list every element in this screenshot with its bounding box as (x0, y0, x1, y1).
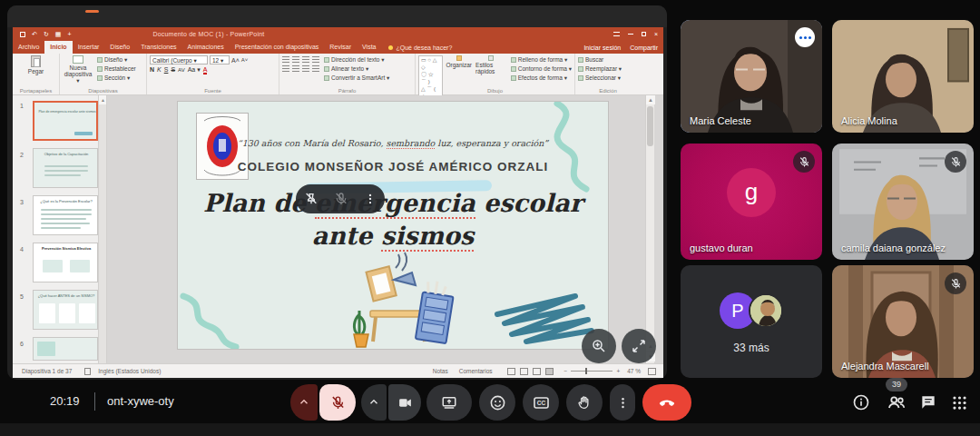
share-button[interactable]: Compartir (630, 45, 658, 51)
shape-gallery[interactable]: ▭ ○ △ ◇〇 ☆ ⌒ )△ ⌒ ( ☆ (418, 55, 443, 101)
restore-icon[interactable] (642, 32, 646, 36)
smartart-button[interactable]: Convertir a SmartArt ▾ (324, 74, 389, 83)
underline-button[interactable]: S (164, 66, 169, 73)
reading-view-icon[interactable] (533, 368, 541, 375)
normal-view-icon[interactable] (507, 368, 515, 375)
font-name-box[interactable]: Calibri (Cuerpo ▾ (150, 55, 208, 64)
comments-button[interactable]: Comentarios (459, 368, 493, 374)
grow-font-icon[interactable]: A˄ (231, 57, 240, 64)
zoom-slider[interactable] (571, 371, 612, 372)
shape-effects-button[interactable]: Efectos de forma ▾ (511, 74, 572, 83)
quick-access-toolbar[interactable]: ↶ ↻ ▦ + (20, 31, 71, 38)
customize-qat-icon[interactable]: + (67, 31, 71, 37)
language-indicator[interactable]: Inglés (Estados Unidos) (98, 368, 161, 374)
tab-transiciones[interactable]: Transiciones (135, 41, 181, 54)
mic-options-button[interactable] (290, 384, 318, 421)
paste-button[interactable]: Pegar (15, 55, 56, 74)
captions-button[interactable]: CC (523, 384, 559, 421)
tab-presentacion[interactable]: Presentación con diapositivas (230, 41, 325, 54)
mic-toggle-button[interactable] (319, 384, 356, 421)
thumbnail-slide-2[interactable]: Objetivo de la Capacitación (33, 148, 98, 188)
find-button[interactable]: Buscar (578, 55, 638, 64)
font-size-box[interactable]: 12 ▾ (210, 55, 230, 64)
tab-animaciones[interactable]: Animaciones (182, 41, 230, 54)
replace-button[interactable]: Reemplazar ▾ (578, 64, 638, 74)
arrange-button[interactable]: Organizar (446, 55, 473, 68)
signin-button[interactable]: Iniciar sesión (583, 45, 621, 51)
save-icon[interactable] (20, 32, 25, 37)
align-text-button[interactable]: Alinear texto ▾ (324, 64, 389, 74)
thumbnail-slide-3[interactable]: ¿Qué es la Prevención Escolar? (33, 195, 98, 235)
italic-button[interactable]: K (157, 66, 162, 73)
sorter-view-icon[interactable] (520, 368, 528, 375)
tile-overflow-33-mas[interactable]: P 33 más (681, 265, 822, 378)
notes-button[interactable]: Notas (433, 368, 448, 374)
align-right-icon[interactable] (302, 65, 309, 72)
columns-icon[interactable] (312, 65, 319, 72)
align-center-icon[interactable] (292, 65, 299, 72)
numbering-icon[interactable] (292, 56, 299, 63)
shape-outline-button[interactable]: Contorno de forma ▾ (511, 64, 572, 74)
section-button[interactable]: Sección ▾ (97, 74, 136, 83)
tile-maria-celeste[interactable]: Maria Celeste (681, 20, 822, 133)
quick-styles-button[interactable]: Estilos rápidos (475, 55, 507, 74)
leave-call-button[interactable] (642, 384, 691, 421)
unpin-icon[interactable] (304, 192, 318, 206)
line-spacing-icon[interactable] (312, 56, 319, 63)
zoom-share-button[interactable] (582, 329, 616, 363)
char-spacing-button[interactable]: AV (178, 67, 185, 73)
tab-insertar[interactable]: Insertar (73, 41, 105, 54)
tab-diseno[interactable]: Diseño (104, 41, 135, 54)
close-icon[interactable]: × (654, 31, 658, 37)
bold-button[interactable]: N (150, 66, 154, 73)
share-overlay-toolbar[interactable] (296, 184, 385, 213)
people-panel-button[interactable] (885, 391, 908, 414)
thumbnail-slide-5[interactable]: ¿Qué hacer ANTES de un SISMO? (33, 290, 98, 330)
design-button[interactable]: Diseño ▾ (97, 55, 136, 64)
tile-alicia-molina[interactable]: Alicia Molina (832, 20, 974, 133)
zoom-level[interactable]: 47 % (627, 368, 641, 374)
thumbnail-scrollbar[interactable]: ▲ (98, 95, 106, 363)
tile-alejandra-mascarell[interactable]: Alejandra Mascarell (832, 265, 974, 378)
fullscreen-share-button[interactable] (622, 329, 656, 363)
reset-button[interactable]: Restablecer (97, 64, 136, 74)
tab-inicio[interactable]: Inicio (44, 41, 72, 54)
camera-options-button[interactable] (361, 384, 387, 421)
ribbon-display-icon[interactable] (613, 32, 620, 36)
strike-button[interactable]: S (171, 66, 175, 73)
undo-icon[interactable]: ↶ (32, 31, 37, 38)
new-slide-button[interactable]: Nueva diapositiva ▾ (63, 55, 93, 84)
thumbnail-slide-1[interactable]: Plan de emergencia escolar ante sismos (33, 101, 98, 141)
shape-fill-button[interactable]: Relleno de forma ▾ (511, 55, 572, 64)
overlay-more-icon[interactable] (364, 193, 377, 205)
raise-hand-button[interactable] (566, 384, 603, 421)
tell-me-label[interactable]: ¿Qué desea hacer? (396, 45, 452, 51)
zoom-in-button[interactable]: + (616, 368, 620, 374)
audio-off-icon[interactable] (334, 192, 348, 206)
tile-gustavo-duran[interactable]: g gustavo duran (681, 144, 822, 260)
indent-icon[interactable] (302, 56, 309, 63)
chat-panel-button[interactable] (916, 391, 940, 414)
fit-to-window-icon[interactable] (648, 368, 656, 375)
redo-icon[interactable]: ↻ (44, 31, 49, 38)
tile-camila-gonzalez[interactable]: camila daiana gonzález (832, 144, 974, 260)
reactions-button[interactable] (479, 384, 515, 421)
slide-1[interactable]: “130 años con María del Rosario, sembran… (178, 102, 608, 349)
slide-thumbnail-panel[interactable]: 1 Plan de emergencia escolar ante sismos… (13, 95, 107, 363)
camera-toggle-button[interactable] (388, 384, 421, 421)
minimize-icon[interactable] (628, 34, 633, 35)
more-options-button[interactable] (610, 384, 635, 421)
tab-revisar[interactable]: Revisar (324, 41, 357, 54)
tile-more-options-button[interactable] (795, 27, 815, 47)
meeting-details-button[interactable] (849, 391, 873, 414)
bullets-icon[interactable] (282, 56, 289, 63)
activities-button[interactable] (947, 391, 971, 414)
font-color-button[interactable]: A (203, 66, 208, 74)
thumbnail-slide-4[interactable]: Prevención Sísmica Efectiva (33, 243, 98, 282)
tab-archivo[interactable]: Archivo (13, 41, 44, 54)
screenshare-tile[interactable]: ↶ ↻ ▦ + Documento de MOC (1) - PowerPoin… (7, 5, 667, 380)
change-case-button[interactable]: Aa ▾ (188, 66, 201, 74)
select-button[interactable]: Seleccionar ▾ (578, 74, 638, 83)
slide-scrollbar[interactable]: ▲ ▲ ▼ (645, 95, 654, 363)
tab-vista[interactable]: Vista (357, 41, 381, 54)
